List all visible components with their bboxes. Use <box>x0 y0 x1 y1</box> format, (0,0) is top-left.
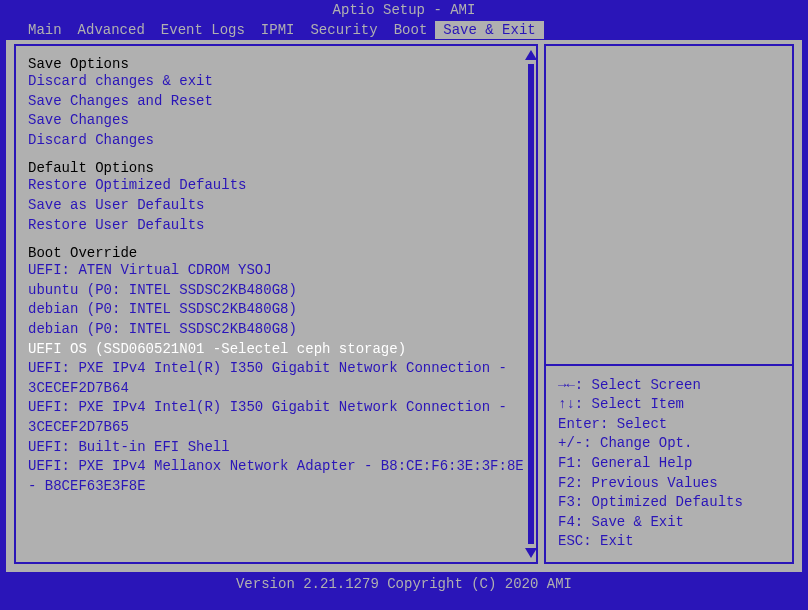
footer-bar: Version 2.21.1279 Copyright (C) 2020 AMI <box>0 572 808 604</box>
scroll-up-icon[interactable] <box>525 50 537 60</box>
scrollbar[interactable] <box>526 46 536 562</box>
scroll-thumb[interactable] <box>528 64 534 544</box>
boot-override-header: Boot Override <box>28 245 524 261</box>
help-enter: Enter: Select <box>558 415 780 435</box>
boot-efi-shell[interactable]: UEFI: Built-in EFI Shell <box>28 438 524 458</box>
help-select-item: ↑↓: Select Item <box>558 395 780 415</box>
opt-save-reset[interactable]: Save Changes and Reset <box>28 92 524 112</box>
opt-discard-changes[interactable]: Discard Changes <box>28 131 524 151</box>
boot-uefi-os-selected[interactable]: UEFI OS (SSD060521N01 -Selectel ceph sto… <box>28 340 524 360</box>
boot-debian-2[interactable]: debian (P0: INTEL SSDSC2KB480G8) <box>28 320 524 340</box>
boot-ubuntu[interactable]: ubuntu (P0: INTEL SSDSC2KB480G8) <box>28 281 524 301</box>
boot-pxe-mellanox[interactable]: UEFI: PXE IPv4 Mellanox Network Adapter … <box>28 457 524 496</box>
save-options-header: Save Options <box>28 56 524 72</box>
help-f1: F1: General Help <box>558 454 780 474</box>
boot-pxe-i350-2[interactable]: UEFI: PXE IPv4 Intel(R) I350 Gigabit Net… <box>28 398 524 437</box>
left-panel: Save Options Discard changes & exit Save… <box>14 44 538 564</box>
opt-save-user-defaults[interactable]: Save as User Defaults <box>28 196 524 216</box>
scroll-down-icon[interactable] <box>525 548 537 558</box>
menu-main[interactable]: Main <box>20 21 70 39</box>
help-select-screen: →←: Select Screen <box>558 376 780 396</box>
help-keys: →←: Select Screen ↑↓: Select Item Enter:… <box>558 366 780 552</box>
opt-discard-exit[interactable]: Discard changes & exit <box>28 72 524 92</box>
body-area: Save Options Discard changes & exit Save… <box>6 40 802 572</box>
help-top-empty <box>558 56 780 364</box>
boot-aten-cdrom[interactable]: UEFI: ATEN Virtual CDROM YSOJ <box>28 261 524 281</box>
boot-debian-1[interactable]: debian (P0: INTEL SSDSC2KB480G8) <box>28 300 524 320</box>
menu-boot[interactable]: Boot <box>386 21 436 39</box>
menu-bar: Main Advanced Event Logs IPMI Security B… <box>0 20 808 40</box>
bios-screen: Aptio Setup - AMI Main Advanced Event Lo… <box>0 0 808 610</box>
help-f3: F3: Optimized Defaults <box>558 493 780 513</box>
opt-save-changes[interactable]: Save Changes <box>28 111 524 131</box>
title-bar: Aptio Setup - AMI <box>0 0 808 20</box>
menu-advanced[interactable]: Advanced <box>70 21 153 39</box>
menu-ipmi[interactable]: IPMI <box>253 21 303 39</box>
boot-pxe-i350-1[interactable]: UEFI: PXE IPv4 Intel(R) I350 Gigabit Net… <box>28 359 524 398</box>
menu-security[interactable]: Security <box>302 21 385 39</box>
menu-event-logs[interactable]: Event Logs <box>153 21 253 39</box>
opt-restore-optimized[interactable]: Restore Optimized Defaults <box>28 176 524 196</box>
right-panel: →←: Select Screen ↑↓: Select Item Enter:… <box>544 44 794 564</box>
default-options-header: Default Options <box>28 160 524 176</box>
menu-save-exit[interactable]: Save & Exit <box>435 21 543 39</box>
help-f2: F2: Previous Values <box>558 474 780 494</box>
help-esc: ESC: Exit <box>558 532 780 552</box>
opt-restore-user-defaults[interactable]: Restore User Defaults <box>28 216 524 236</box>
help-f4: F4: Save & Exit <box>558 513 780 533</box>
help-change-opt: +/-: Change Opt. <box>558 434 780 454</box>
